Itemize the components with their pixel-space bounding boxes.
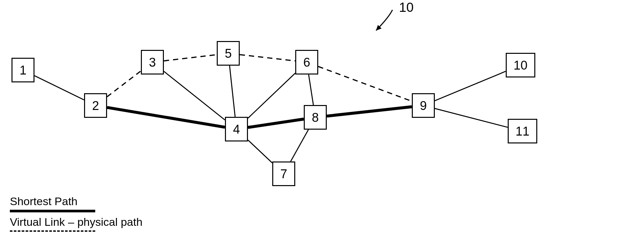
legend-shortest-label: Shortest Path bbox=[10, 195, 143, 208]
legend-shortest-path: Shortest Path bbox=[10, 195, 143, 212]
node-10: 10 bbox=[506, 53, 535, 77]
legend-virtual-link: Virtual Link – physical path bbox=[10, 216, 143, 232]
diagram-canvas: 1234567891011 10 Shortest Path Virtual L… bbox=[0, 0, 644, 235]
legend-virtual-label: Virtual Link – physical path bbox=[10, 216, 143, 228]
node-2: 2 bbox=[84, 93, 107, 118]
node-3: 3 bbox=[141, 50, 164, 75]
edge-5-4 bbox=[230, 66, 235, 117]
figure-reference-label: 10 bbox=[399, 0, 414, 15]
node-label: 8 bbox=[312, 111, 319, 124]
node-5: 5 bbox=[217, 41, 240, 66]
node-label: 2 bbox=[92, 99, 99, 112]
node-label: 5 bbox=[225, 47, 232, 60]
edge-6-9 bbox=[318, 67, 412, 101]
node-11: 11 bbox=[508, 119, 537, 143]
node-label: 4 bbox=[233, 123, 240, 136]
edge-4-8 bbox=[248, 119, 304, 128]
node-6: 6 bbox=[295, 50, 318, 75]
node-label: 7 bbox=[280, 168, 287, 180]
edge-3-4 bbox=[164, 71, 225, 120]
edge-2-4 bbox=[107, 107, 225, 127]
edge-6-8 bbox=[309, 75, 313, 105]
node-8: 8 bbox=[304, 105, 327, 130]
edge-1-2 bbox=[34, 76, 84, 100]
edge-9-10 bbox=[435, 71, 506, 101]
edge-8-9 bbox=[327, 107, 412, 116]
node-label: 1 bbox=[19, 64, 26, 76]
node-1: 1 bbox=[11, 58, 34, 82]
legend-shortest-line bbox=[10, 210, 95, 212]
node-label: 10 bbox=[514, 59, 527, 72]
legend-virtual-line bbox=[10, 230, 95, 232]
edge-7-8 bbox=[291, 130, 308, 161]
node-label: 3 bbox=[149, 56, 156, 69]
edge-5-6 bbox=[240, 54, 295, 61]
node-7: 7 bbox=[272, 161, 295, 186]
edge-3-5 bbox=[164, 55, 217, 61]
edge-6-4 bbox=[248, 73, 295, 118]
edge-9-11 bbox=[435, 109, 508, 127]
node-4: 4 bbox=[225, 117, 248, 141]
node-label: 9 bbox=[420, 99, 427, 112]
edge-2-3 bbox=[107, 71, 141, 97]
node-label: 6 bbox=[303, 56, 310, 69]
node-label: 11 bbox=[516, 125, 529, 138]
legend: Shortest Path Virtual Link – physical pa… bbox=[10, 192, 143, 232]
node-9: 9 bbox=[412, 93, 435, 118]
edge-4-7 bbox=[248, 140, 272, 163]
